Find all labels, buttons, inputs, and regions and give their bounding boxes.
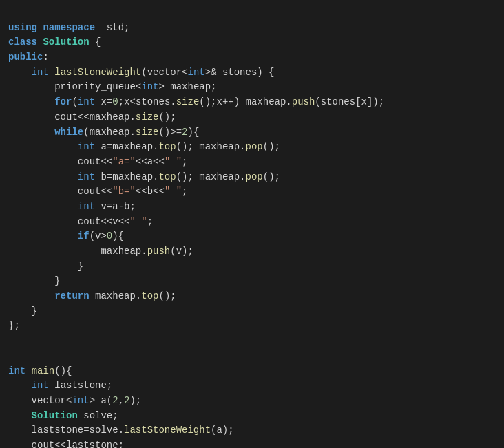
code-editor: using namespace std; class Solution { pu… bbox=[0, 0, 504, 448]
code-content: using namespace std; class Solution { pu… bbox=[8, 6, 496, 448]
